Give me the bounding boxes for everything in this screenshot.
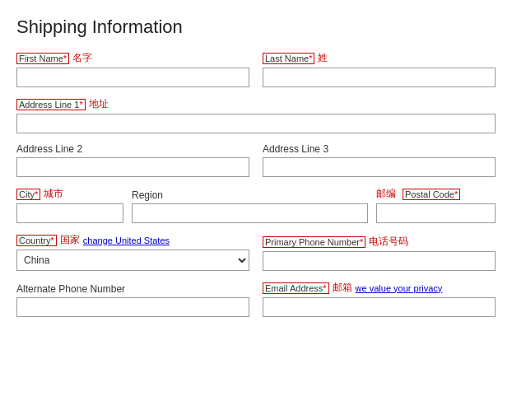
first-name-group: First Name* 名字 — [16, 51, 249, 87]
postal-group: 邮编 Postal Code* — [376, 187, 496, 223]
first-name-chinese: 名字 — [72, 51, 92, 65]
primary-phone-group: Primary Phone Number* 电话号码 — [263, 235, 496, 271]
alt-phone-email-row: Alternate Phone Number Email Address* 邮箱… — [16, 281, 496, 317]
city-region-postal-row: City* 城市 Region 邮编 Postal Code* — [16, 187, 496, 223]
last-name-required-box: Last Name* — [263, 53, 314, 64]
name-row: First Name* 名字 Last Name* 姓 — [16, 51, 496, 87]
last-name-label: Last Name* 姓 — [263, 51, 496, 65]
address2-input[interactable] — [16, 157, 249, 177]
address1-group: Address Line 1* 地址 — [16, 97, 496, 133]
primary-phone-label: Primary Phone Number* 电话号码 — [263, 235, 496, 249]
region-input[interactable] — [132, 203, 368, 223]
email-input[interactable] — [263, 297, 496, 317]
address1-chinese: 地址 — [89, 97, 109, 111]
first-name-label: First Name* 名字 — [16, 51, 249, 65]
last-name-input[interactable] — [263, 68, 496, 87]
postal-label: 邮编 Postal Code* — [376, 187, 496, 201]
region-group: Region — [132, 189, 368, 223]
address23-row: Address Line 2 Address Line 3 — [16, 143, 496, 177]
country-label: Country* 国家 change United States — [16, 233, 249, 247]
address3-label: Address Line 3 — [263, 143, 496, 155]
city-group: City* 城市 — [16, 187, 123, 223]
country-phone-row: Country* 国家 change United States China U… — [16, 233, 496, 271]
address1-required-box: Address Line 1* — [16, 99, 86, 110]
postal-required-box: Postal Code* — [403, 189, 460, 200]
email-chinese: 邮箱 — [333, 281, 352, 295]
address1-row: Address Line 1* 地址 — [16, 97, 496, 133]
first-name-input[interactable] — [16, 68, 249, 87]
country-change-link[interactable]: change United States — [83, 236, 170, 245]
last-name-group: Last Name* 姓 — [263, 51, 496, 87]
last-name-chinese: 姓 — [318, 51, 328, 65]
address1-input[interactable] — [16, 114, 496, 133]
email-label: Email Address* 邮箱 we value your privacy — [263, 281, 496, 295]
primary-phone-required-box: Primary Phone Number* — [263, 236, 365, 248]
address1-label: Address Line 1* 地址 — [16, 97, 496, 111]
country-required-box: Country* — [16, 235, 57, 246]
primary-phone-chinese: 电话号码 — [369, 235, 408, 249]
address2-group: Address Line 2 — [16, 143, 249, 177]
country-chinese: 国家 — [60, 233, 80, 247]
email-required-box: Email Address* — [263, 282, 329, 294]
region-label: Region — [132, 189, 368, 201]
city-required-box: City* — [16, 189, 40, 200]
address3-group: Address Line 3 — [263, 143, 496, 177]
first-name-required-box: First Name* — [16, 53, 69, 64]
alt-phone-label: Alternate Phone Number — [16, 283, 249, 295]
city-chinese: 城市 — [44, 187, 63, 201]
country-select[interactable]: China United States — [16, 250, 249, 271]
email-group: Email Address* 邮箱 we value your privacy — [263, 281, 496, 317]
postal-code-input[interactable] — [376, 203, 496, 223]
email-privacy-link[interactable]: we value your privacy — [356, 283, 443, 293]
primary-phone-input[interactable] — [263, 251, 496, 271]
postal-chinese: 邮编 — [376, 187, 396, 201]
city-input[interactable] — [16, 203, 123, 223]
address3-input[interactable] — [263, 157, 496, 177]
alt-phone-input[interactable] — [16, 297, 249, 317]
address2-label: Address Line 2 — [16, 143, 249, 155]
page-title: Shipping Information — [16, 16, 496, 38]
alt-phone-group: Alternate Phone Number — [16, 283, 249, 317]
city-label: City* 城市 — [16, 187, 123, 201]
country-group: Country* 国家 change United States China U… — [16, 233, 249, 271]
